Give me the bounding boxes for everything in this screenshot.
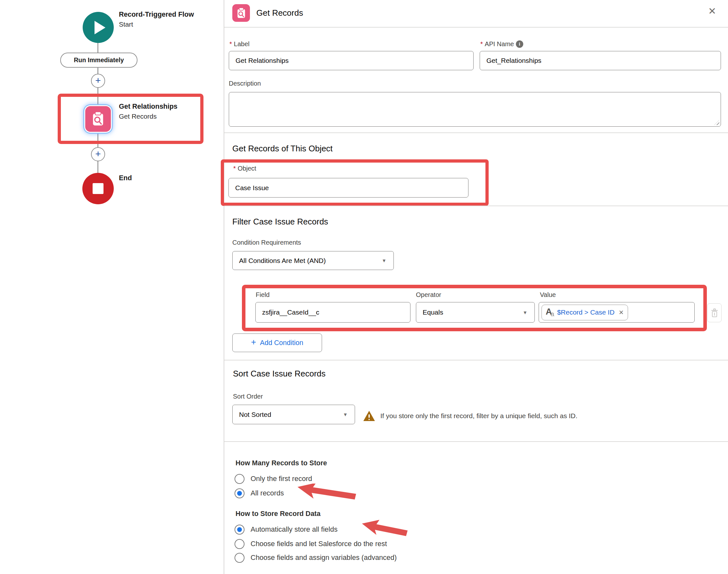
how-to-store-heading: How to Store Record Data — [235, 510, 320, 518]
close-icon[interactable]: ✕ — [708, 6, 716, 16]
required-mark: * — [233, 165, 236, 172]
api-name-input-value: Get_Relationships — [480, 57, 542, 65]
radio-label: All records — [251, 489, 284, 497]
label-field-label: * Label — [229, 40, 249, 48]
trash-icon — [711, 309, 718, 318]
radio-option-choose-fields-salesforce[interactable]: Choose fields and let Salesforce do the … — [234, 539, 387, 549]
add-condition-button[interactable]: + Add Condition — [232, 333, 322, 352]
radio-icon[interactable] — [234, 474, 244, 484]
start-node-title: Record-Triggered Flow — [119, 10, 194, 18]
start-node-subtitle: Start — [119, 20, 133, 28]
panel-left-border — [224, 0, 224, 574]
radio-label: Choose fields and let Salesforce do the … — [251, 540, 387, 548]
object-input[interactable]: Case Issue — [228, 178, 468, 198]
run-immediately-badge[interactable]: Run Immediately — [60, 52, 137, 68]
clipboard-search-icon — [89, 110, 107, 128]
remove-pill-icon[interactable]: ✕ — [619, 309, 624, 316]
get-node-subtitle: Get Records — [119, 113, 157, 120]
filter-section-heading: Filter Case Issue Records — [232, 217, 328, 227]
object-section-heading: Get Records of This Object — [232, 144, 332, 154]
panel-header-icon — [232, 4, 250, 22]
radio-option-all-records[interactable]: All records — [234, 488, 284, 498]
how-many-records-heading: How Many Records to Store — [235, 459, 327, 467]
radio-icon-selected[interactable] — [234, 525, 244, 535]
condition-field-input[interactable]: zsfjira__CaseId__c — [256, 302, 410, 323]
condition-operator-value: Equals — [416, 309, 443, 316]
add-element-button-top[interactable]: + — [91, 74, 105, 88]
required-mark: * — [229, 40, 232, 48]
radio-icon[interactable] — [234, 553, 244, 563]
object-input-value: Case Issue — [229, 184, 269, 192]
add-element-button-bottom[interactable]: + — [91, 147, 105, 161]
get-node-title: Get Relationships — [119, 102, 178, 111]
plus-icon: + — [251, 338, 256, 346]
text-type-icon: A a — [546, 308, 554, 317]
radio-option-only-first-record[interactable]: Only the first record — [234, 474, 312, 484]
end-node-title: End — [119, 174, 132, 182]
sort-order-label: Sort Order — [233, 393, 263, 400]
plus-icon: + — [95, 149, 101, 159]
description-label: Description — [229, 80, 261, 87]
radio-label: Only the first record — [251, 475, 312, 483]
label-input-value: Get Relationships — [229, 57, 289, 65]
sort-order-dropdown[interactable]: Not Sorted ▼ — [232, 405, 355, 424]
panel-title: Get Records — [256, 8, 303, 18]
object-field-label: * Object — [233, 165, 256, 172]
radio-icon[interactable] — [234, 539, 244, 549]
condition-value-label: Value — [540, 291, 556, 298]
start-node[interactable] — [83, 12, 114, 43]
radio-icon-selected[interactable] — [234, 488, 244, 498]
condition-field-value: zsfjira__CaseId__c — [256, 309, 319, 316]
description-textarea[interactable] — [229, 92, 721, 127]
condition-requirements-dropdown[interactable]: All Conditions Are Met (AND) ▼ — [232, 251, 394, 270]
condition-operator-dropdown[interactable]: Equals ▼ — [416, 302, 535, 323]
get-records-node[interactable] — [85, 106, 111, 132]
condition-operator-label: Operator — [416, 291, 441, 298]
section-divider — [224, 360, 728, 361]
chevron-down-icon: ▼ — [522, 310, 535, 315]
annotation-arrow-all-records — [297, 484, 358, 503]
stop-icon — [93, 183, 103, 194]
radio-option-auto-store-all-fields[interactable]: Automatically store all fields — [234, 524, 337, 535]
radio-label: Choose fields and assign variables (adva… — [251, 554, 397, 562]
run-immediately-label: Run Immediately — [74, 56, 124, 64]
warning-icon — [363, 410, 375, 423]
section-divider — [224, 441, 728, 442]
resize-handle[interactable] — [714, 120, 719, 125]
sort-section-heading: Sort Case Issue Records — [233, 369, 325, 379]
flow-builder-screen: Record-Triggered Flow Start Run Immediat… — [0, 0, 728, 574]
sort-warning-text: If you store only the first record, filt… — [380, 412, 578, 420]
add-condition-label: Add Condition — [260, 339, 303, 347]
sort-order-value: Not Sorted — [233, 411, 271, 418]
chevron-down-icon: ▼ — [343, 412, 355, 417]
label-input[interactable]: Get Relationships — [229, 51, 473, 70]
play-icon — [94, 21, 105, 34]
section-divider — [224, 206, 728, 206]
condition-requirements-value: All Conditions Are Met (AND) — [233, 257, 326, 264]
radio-label: Automatically store all fields — [251, 525, 337, 534]
clipboard-search-icon — [235, 7, 248, 19]
chevron-down-icon: ▼ — [381, 258, 394, 263]
api-name-field-label: * API Name i — [480, 40, 523, 48]
condition-value-input[interactable]: A a $Record > Case ID ✕ — [539, 302, 695, 323]
plus-icon: + — [95, 76, 101, 85]
annotation-arrow-auto-store — [361, 520, 409, 539]
section-divider — [224, 132, 728, 133]
radio-option-choose-fields-advanced[interactable]: Choose fields and assign variables (adva… — [234, 552, 397, 563]
value-pill-text: $Record > Case ID — [557, 309, 615, 316]
end-node[interactable] — [82, 173, 114, 204]
api-name-input[interactable]: Get_Relationships — [480, 51, 721, 70]
condition-field-label: Field — [256, 291, 270, 298]
header-divider — [224, 27, 728, 28]
value-resource-pill[interactable]: A a $Record > Case ID ✕ — [542, 304, 628, 320]
required-mark: * — [480, 40, 483, 48]
info-icon[interactable]: i — [516, 40, 523, 48]
condition-requirements-label: Condition Requirements — [232, 239, 301, 246]
delete-condition-button[interactable] — [707, 303, 722, 322]
